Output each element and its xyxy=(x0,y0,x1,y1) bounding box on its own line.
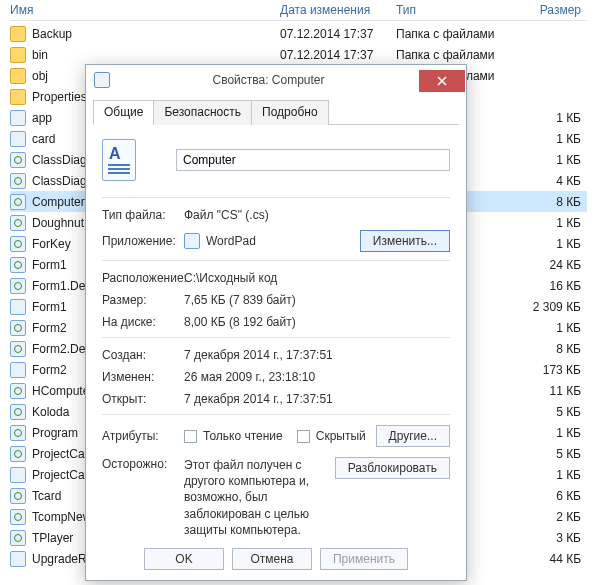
file-name: Program xyxy=(32,426,78,440)
col-header-name[interactable]: Имя xyxy=(10,3,280,17)
file-icon xyxy=(10,278,26,294)
file-size: 1 КБ xyxy=(502,153,587,167)
tab-strip: Общие Безопасность Подробно xyxy=(93,99,459,125)
file-name: Computer xyxy=(32,195,85,209)
wordpad-icon xyxy=(184,233,200,249)
file-icon xyxy=(10,194,26,210)
separator xyxy=(102,414,450,415)
created-value: 7 декабря 2014 г., 17:37:51 xyxy=(184,348,450,362)
folder-icon xyxy=(10,68,26,84)
file-name: card xyxy=(32,132,55,146)
file-icon xyxy=(10,341,26,357)
file-size: 4 КБ xyxy=(502,174,587,188)
file-icon xyxy=(10,320,26,336)
file-size: 1 КБ xyxy=(502,132,587,146)
hidden-checkbox-label[interactable]: Скрытый xyxy=(297,429,366,443)
file-name: TcompNew xyxy=(32,510,91,524)
properties-dialog: Свойства: Computer Общие Безопасность По… xyxy=(85,64,467,581)
file-size: 44 КБ xyxy=(502,552,587,566)
close-icon xyxy=(437,76,447,86)
window-icon xyxy=(94,72,110,88)
warning-label: Осторожно: xyxy=(102,457,184,471)
file-size: 5 КБ xyxy=(502,447,587,461)
opened-value: 7 декабря 2014 г., 17:37:51 xyxy=(184,392,450,406)
location-label: Расположение: xyxy=(102,271,184,285)
file-row[interactable]: Backup07.12.2014 17:37Папка с файлами xyxy=(10,23,587,44)
file-icon xyxy=(10,257,26,273)
file-name: Form2 xyxy=(32,363,67,377)
file-icon xyxy=(10,173,26,189)
change-app-button[interactable]: Изменить... xyxy=(360,230,450,252)
file-name: Form1 xyxy=(32,258,67,272)
file-name: bin xyxy=(32,48,48,62)
file-name: Form1 xyxy=(32,300,67,314)
hidden-checkbox[interactable] xyxy=(297,430,310,443)
file-name: Backup xyxy=(32,27,72,41)
tab-general[interactable]: Общие xyxy=(93,100,154,125)
col-header-type[interactable]: Тип xyxy=(396,3,502,17)
file-name: Form2 xyxy=(32,321,67,335)
tab-details[interactable]: Подробно xyxy=(251,100,329,125)
file-size: 5 КБ xyxy=(502,405,587,419)
file-size: 1 КБ xyxy=(502,321,587,335)
file-size: 3 КБ xyxy=(502,531,587,545)
window-title: Свойства: Computer xyxy=(118,73,419,87)
file-icon xyxy=(10,467,26,483)
file-size: 2 309 КБ xyxy=(502,300,587,314)
size-label: Размер: xyxy=(102,293,184,307)
modified-label: Изменен: xyxy=(102,370,184,384)
ondisk-value: 8,00 КБ (8 192 байт) xyxy=(184,315,450,329)
dialog-footer: OK Отмена Применить xyxy=(86,548,466,570)
ondisk-label: На диске: xyxy=(102,315,184,329)
file-name: app xyxy=(32,111,52,125)
filename-input[interactable] xyxy=(176,149,450,171)
file-icon xyxy=(10,425,26,441)
modified-value: 26 мая 2009 г., 23:18:10 xyxy=(184,370,450,384)
file-icon xyxy=(10,488,26,504)
file-size: 8 КБ xyxy=(502,342,587,356)
created-label: Создан: xyxy=(102,348,184,362)
titlebar[interactable]: Свойства: Computer xyxy=(86,65,466,95)
file-row[interactable]: bin07.12.2014 17:37Папка с файлами xyxy=(10,44,587,65)
file-icon xyxy=(10,446,26,462)
file-name: Properties xyxy=(32,90,87,104)
file-icon xyxy=(10,236,26,252)
cancel-button[interactable]: Отмена xyxy=(232,548,312,570)
col-header-size[interactable]: Размер xyxy=(502,3,587,17)
filetype-value: Файл "CS" (.cs) xyxy=(184,208,450,222)
file-size: 8 КБ xyxy=(502,195,587,209)
location-value: C:\Исходный код xyxy=(184,271,450,285)
readonly-checkbox-label[interactable]: Только чтение xyxy=(184,429,283,443)
file-type: Папка с файлами xyxy=(396,48,502,62)
app-label: Приложение: xyxy=(102,234,184,248)
unblock-button[interactable]: Разблокировать xyxy=(335,457,450,479)
file-size: 1 КБ xyxy=(502,426,587,440)
filetype-label: Тип файла: xyxy=(102,208,184,222)
folder-icon xyxy=(10,89,26,105)
file-size: 1 КБ xyxy=(502,468,587,482)
separator xyxy=(102,260,450,261)
file-name: TPlayer xyxy=(32,531,73,545)
readonly-text: Только чтение xyxy=(203,429,283,443)
file-icon xyxy=(10,110,26,126)
size-value: 7,65 КБ (7 839 байт) xyxy=(184,293,450,307)
file-size: 1 КБ xyxy=(502,237,587,251)
col-header-date[interactable]: Дата изменения xyxy=(280,3,396,17)
readonly-checkbox[interactable] xyxy=(184,430,197,443)
apply-button[interactable]: Применить xyxy=(320,548,408,570)
close-button[interactable] xyxy=(419,70,465,92)
file-icon xyxy=(10,404,26,420)
file-icon xyxy=(10,383,26,399)
file-name: Koloda xyxy=(32,405,69,419)
hidden-text: Скрытый xyxy=(316,429,366,443)
other-attributes-button[interactable]: Другие... xyxy=(376,425,450,447)
file-icon xyxy=(10,362,26,378)
file-icon xyxy=(10,215,26,231)
tab-security[interactable]: Безопасность xyxy=(153,100,252,125)
file-type-icon xyxy=(102,139,136,181)
folder-icon xyxy=(10,26,26,42)
ok-button[interactable]: OK xyxy=(144,548,224,570)
file-icon xyxy=(10,152,26,168)
file-date: 07.12.2014 17:37 xyxy=(280,27,396,41)
file-icon xyxy=(10,551,26,567)
